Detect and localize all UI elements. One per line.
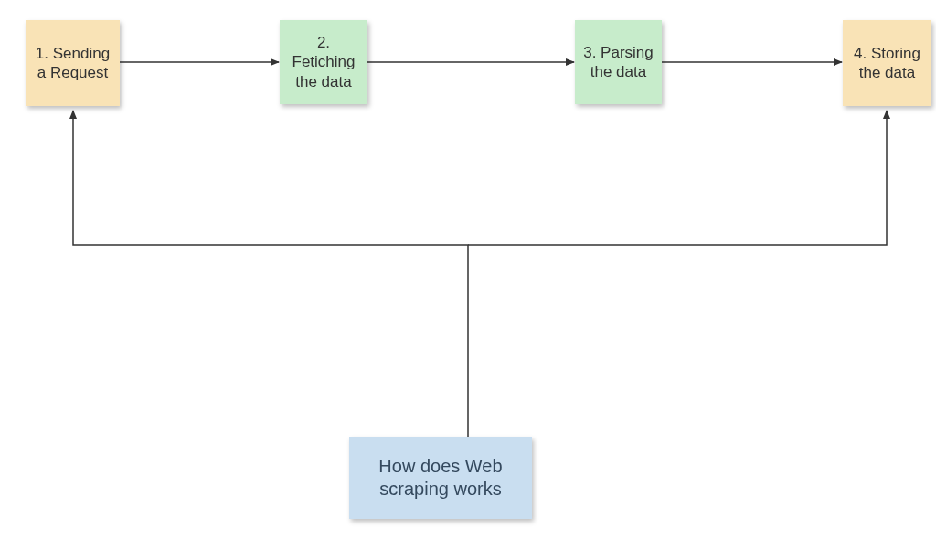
step-3-parsing-data: 3. Parsing the data bbox=[575, 20, 662, 104]
title-note: How does Web scraping works bbox=[349, 437, 532, 519]
step-1-label: 1. Sending a Request bbox=[33, 44, 112, 83]
step-3-label: 3. Parsing the data bbox=[582, 43, 654, 82]
step-2-fetching-data: 2. Fetiching the data bbox=[280, 20, 367, 104]
step-2-label: 2. Fetiching the data bbox=[287, 33, 360, 91]
step-1-sending-request: 1. Sending a Request bbox=[26, 20, 120, 106]
connector-title-to-step4 bbox=[468, 111, 887, 245]
step-4-storing-data: 4. Storing the data bbox=[843, 20, 931, 106]
connector-title-to-step1 bbox=[73, 111, 468, 437]
title-note-label: How does Web scraping works bbox=[356, 455, 525, 501]
step-4-label: 4. Storing the data bbox=[850, 44, 924, 83]
